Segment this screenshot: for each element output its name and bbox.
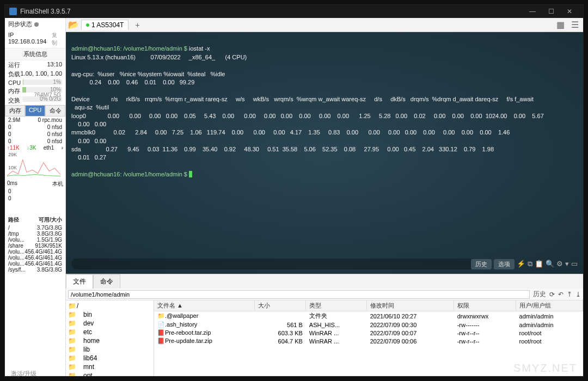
maximize-button[interactable]: ☐: [542, 8, 560, 15]
swap-label: 交换: [8, 96, 20, 105]
tree-node[interactable]: ▸📁lib: [67, 345, 152, 354]
tree-node[interactable]: ▸📁etc: [67, 328, 152, 336]
folder-tree[interactable]: ▾📁/▸📁bin▸📁dev▸📁etc▸📁home▸📁lib▸📁lib64▸📁mn…: [66, 300, 154, 376]
sysinfo-header[interactable]: 系统信息: [5, 48, 65, 60]
disk-row: /volu...456.4G/461.4G: [5, 255, 65, 261]
mem-label: 内存: [8, 87, 20, 95]
file-row[interactable]: 📄.ash_history561 BASH_HIS...2022/07/09 0…: [154, 321, 583, 329]
proc-row: 00 nfsd: [5, 138, 65, 145]
disk-row: /3.7G/3.8G: [5, 225, 65, 231]
path-input[interactable]: [68, 290, 530, 299]
add-tab-button[interactable]: +: [131, 20, 144, 30]
search-icon[interactable]: 🔍: [546, 259, 554, 269]
refresh-icon[interactable]: ⟳: [549, 291, 555, 298]
sync-label: 同步状态: [8, 20, 32, 28]
latency-host: 本机: [52, 180, 63, 188]
titlebar: FinalShell 3.9.5.7 — ☐ ✕: [5, 5, 583, 18]
file-col[interactable]: 用户/用户组: [516, 300, 583, 311]
status-dot-icon: [34, 22, 39, 27]
copy-icon[interactable]: ⧉: [528, 259, 532, 269]
tree-node[interactable]: ▸📁home: [67, 336, 152, 345]
file-row[interactable]: 📕Pre-reboot.tar.zip603.3 KBWinRAR ...202…: [154, 329, 583, 337]
net-iface: eth1: [44, 145, 54, 151]
bolt-icon[interactable]: ⚡: [517, 259, 525, 269]
lat-chart: [7, 203, 63, 214]
file-col[interactable]: 类型: [306, 300, 367, 311]
file-row[interactable]: 📕Pre-update.tar.zip604.7 KBWinRAR ...202…: [154, 337, 583, 345]
close-button[interactable]: ✕: [560, 8, 579, 15]
load-value: 1.00, 1.00, 1.00: [21, 70, 62, 78]
disk-col-size[interactable]: 可用/大小: [39, 216, 62, 224]
open-folder-icon[interactable]: 📂: [68, 20, 79, 30]
load-label: 负载: [8, 70, 20, 78]
file-col[interactable]: 权限: [454, 300, 516, 311]
tree-node[interactable]: ▾📁/: [67, 302, 152, 310]
sidebar: 同步状态 IP 192.168.0.194复制 系统信息 运行13:10 负载1…: [5, 18, 66, 376]
upload-icon[interactable]: ⤒: [567, 291, 572, 298]
ip-address: IP 192.168.0.194: [8, 32, 52, 47]
tab-cmd[interactable]: 命令: [45, 105, 65, 116]
session-tab[interactable]: 1 AS5304T: [81, 20, 128, 30]
net-up: ↑11K: [7, 145, 20, 151]
file-col[interactable]: 大小: [255, 300, 306, 311]
disk-col-path[interactable]: 路径: [8, 216, 19, 224]
net-down: ↓3K: [27, 145, 36, 151]
app-icon: [9, 8, 17, 15]
fullscreen-icon[interactable]: ▭: [571, 259, 578, 269]
disk-row: /volu...456.4G/461.4G: [5, 249, 65, 255]
gear-icon[interactable]: ⚙: [556, 259, 563, 269]
terminal-input[interactable]: [71, 259, 474, 269]
cmd-tab[interactable]: 命令: [93, 274, 120, 288]
cpu-bar: 1%: [23, 79, 62, 85]
file-tab[interactable]: 文件: [66, 274, 93, 288]
history-label[interactable]: 历史: [533, 290, 546, 299]
tree-node[interactable]: ▸📁dev: [67, 319, 152, 328]
disk-row: /sys/f...3.8G/3.8G: [5, 267, 65, 273]
net-more-icon[interactable]: ›: [62, 145, 63, 151]
disk-row: /volu...1.5G/1.9G: [5, 237, 65, 243]
file-col[interactable]: 修改时间: [367, 300, 454, 311]
proc-row: 00 nfsd: [5, 124, 65, 131]
proc-row: 00 nfsd: [5, 131, 65, 138]
status-dot-icon: [86, 23, 89, 27]
grid-view-icon[interactable]: ▦: [554, 19, 567, 31]
download-icon[interactable]: ⤓: [575, 291, 581, 298]
cpu-label: CPU: [8, 79, 21, 86]
expand-icon[interactable]: ▾: [565, 259, 569, 269]
file-panel: 文件 命令 历史 ⟳ ↶ ⤒ ⤓ ▾📁/▸📁bin▸📁dev▸📁etc▸📁hom…: [66, 274, 583, 376]
net-chart: 29K10K: [7, 152, 63, 179]
disk-row: /tmp3.8G/3.8G: [5, 231, 65, 237]
tree-node[interactable]: ▸📁mnt: [67, 362, 152, 371]
terminal[interactable]: admin@hchuan16: /volume1/home/admin $ io…: [66, 32, 583, 274]
file-row[interactable]: 📁.@wallpaper文件夹2021/06/10 20:27drwxrwxrw…: [154, 311, 583, 321]
app-title: FinalShell 3.9.5.7: [20, 8, 71, 15]
disk-row: /volu...456.4G/461.4G: [5, 261, 65, 267]
activate-link[interactable]: 激活/升级: [11, 370, 36, 378]
proc-row: 2.9M0 rpc.mou: [5, 116, 65, 124]
copy-button[interactable]: 复制: [52, 32, 62, 47]
minimize-button[interactable]: —: [523, 8, 542, 15]
tab-cpu[interactable]: CPU: [25, 105, 45, 116]
swap-bar: 0% 0/2G: [22, 96, 62, 102]
disk-row: /share913K/951K: [5, 243, 65, 249]
list-view-icon[interactable]: ☰: [569, 19, 581, 31]
file-col[interactable]: 文件名 ▲: [154, 300, 255, 311]
tab-bar: 📂 1 AS5304T + ▦ ☰: [66, 18, 583, 32]
options-button[interactable]: 选项: [494, 259, 514, 269]
back-icon[interactable]: ↶: [558, 291, 564, 298]
uptime-value: 13:10: [47, 61, 62, 69]
svg-rect-0: [9, 8, 17, 15]
file-list[interactable]: 文件名 ▲大小类型修改时间权限用户/用户组 📁.@wallpaper文件夹202…: [154, 300, 583, 376]
mem-bar: 10% 764M/7.5G: [22, 87, 62, 93]
uptime-label: 运行: [8, 61, 20, 69]
history-button[interactable]: 历史: [471, 259, 492, 269]
tree-node[interactable]: ▸📁opt: [67, 371, 152, 376]
tree-node[interactable]: ▸📁bin: [67, 310, 152, 319]
tree-node[interactable]: ▸📁lib64: [67, 354, 152, 362]
cursor: ▮: [189, 171, 192, 177]
latency: 0ms: [7, 180, 17, 188]
tab-mem[interactable]: 内存: [5, 105, 25, 116]
paste-icon[interactable]: 📋: [535, 259, 543, 269]
